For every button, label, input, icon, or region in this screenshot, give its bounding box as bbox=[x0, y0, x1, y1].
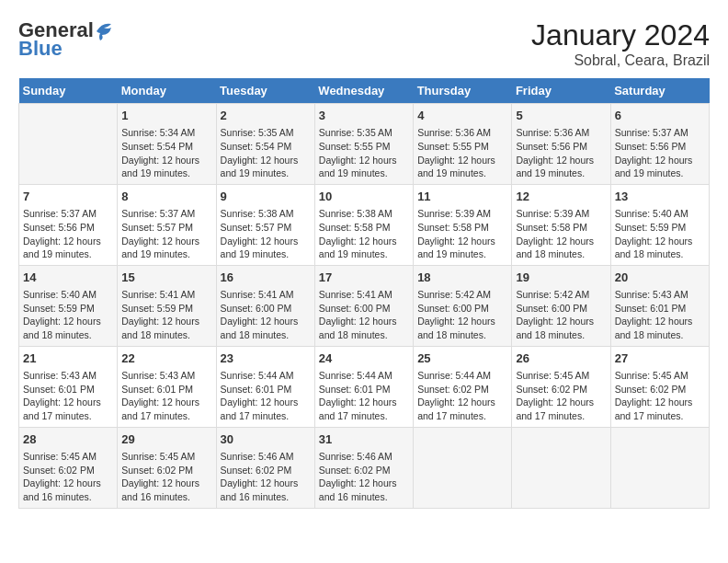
calendar-title: January 2024 bbox=[531, 18, 710, 52]
day-number: 10 bbox=[319, 189, 409, 205]
day-info-line: Sunrise: 5:42 AM bbox=[417, 288, 507, 302]
calendar-cell: 7Sunrise: 5:37 AMSunset: 5:56 PMDaylight… bbox=[19, 184, 118, 265]
day-number: 11 bbox=[417, 189, 507, 205]
calendar-cell: 23Sunrise: 5:44 AMSunset: 6:01 PMDayligh… bbox=[216, 346, 314, 427]
calendar-cell: 13Sunrise: 5:40 AMSunset: 5:59 PMDayligh… bbox=[610, 184, 709, 265]
day-info-line: Sunset: 5:54 PM bbox=[221, 140, 311, 154]
calendar-week-row: 21Sunrise: 5:43 AMSunset: 6:01 PMDayligh… bbox=[19, 346, 710, 427]
day-info-line: Sunset: 5:56 PM bbox=[23, 221, 113, 235]
day-info-line: Daylight: 12 hours bbox=[417, 235, 507, 248]
day-info-line: and 17 minutes. bbox=[319, 409, 409, 423]
day-number: 7 bbox=[23, 189, 113, 205]
day-info-line: and 18 minutes. bbox=[121, 328, 211, 342]
day-number: 14 bbox=[23, 270, 113, 286]
day-info-line: and 16 minutes. bbox=[121, 490, 211, 504]
day-number: 1 bbox=[121, 108, 211, 124]
day-info-line: Daylight: 12 hours bbox=[417, 315, 507, 328]
calendar-cell: 12Sunrise: 5:39 AMSunset: 5:58 PMDayligh… bbox=[512, 184, 610, 265]
day-number: 24 bbox=[319, 350, 409, 367]
day-info-line: and 17 minutes. bbox=[23, 409, 113, 423]
day-info-line: Sunrise: 5:45 AM bbox=[23, 450, 113, 464]
day-number: 31 bbox=[319, 431, 409, 448]
day-info-line: and 19 minutes. bbox=[121, 167, 211, 180]
day-info-line: Sunset: 6:02 PM bbox=[221, 464, 311, 477]
column-header-saturday: Saturday bbox=[610, 78, 709, 104]
day-info-line: Sunset: 5:59 PM bbox=[121, 302, 211, 316]
calendar-cell: 25Sunrise: 5:44 AMSunset: 6:02 PMDayligh… bbox=[414, 346, 512, 427]
day-number: 23 bbox=[221, 350, 311, 367]
day-info-line: Daylight: 12 hours bbox=[319, 315, 409, 328]
day-info-line: and 16 minutes. bbox=[221, 490, 311, 504]
day-info-line: Sunset: 5:59 PM bbox=[23, 302, 113, 316]
day-info-line: Daylight: 12 hours bbox=[121, 477, 211, 490]
day-info-line: Sunset: 5:57 PM bbox=[121, 221, 211, 235]
day-number: 15 bbox=[121, 270, 211, 286]
day-info-line: Sunrise: 5:35 AM bbox=[221, 126, 311, 140]
day-info-line: Sunrise: 5:43 AM bbox=[615, 288, 705, 302]
calendar-cell: 31Sunrise: 5:46 AMSunset: 6:02 PMDayligh… bbox=[314, 427, 413, 508]
day-info-line: Daylight: 12 hours bbox=[221, 235, 311, 248]
day-info-line: Daylight: 12 hours bbox=[221, 315, 311, 328]
calendar-cell: 9Sunrise: 5:38 AMSunset: 5:57 PMDaylight… bbox=[216, 184, 314, 265]
calendar-subtitle: Sobral, Ceara, Brazil bbox=[531, 52, 710, 69]
day-info-line: Sunset: 6:01 PM bbox=[615, 302, 705, 316]
calendar-cell: 5Sunrise: 5:36 AMSunset: 5:56 PMDaylight… bbox=[512, 104, 610, 185]
calendar-cell: 29Sunrise: 5:45 AMSunset: 6:02 PMDayligh… bbox=[118, 427, 216, 508]
day-info-line: Daylight: 12 hours bbox=[319, 154, 409, 167]
logo: General Blue bbox=[18, 18, 114, 59]
day-number: 9 bbox=[221, 189, 311, 205]
calendar-cell: 30Sunrise: 5:46 AMSunset: 6:02 PMDayligh… bbox=[216, 427, 314, 508]
day-number: 20 bbox=[615, 270, 705, 286]
day-number: 6 bbox=[615, 108, 705, 124]
day-info-line: Daylight: 12 hours bbox=[615, 396, 705, 409]
day-info-line: Daylight: 12 hours bbox=[319, 235, 409, 248]
calendar-header-row: SundayMondayTuesdayWednesdayThursdayFrid… bbox=[19, 78, 710, 104]
day-number: 17 bbox=[319, 270, 409, 286]
day-info-line: Daylight: 12 hours bbox=[615, 235, 705, 248]
title-block: January 2024 Sobral, Ceara, Brazil bbox=[531, 18, 710, 69]
day-info-line: Sunset: 5:55 PM bbox=[319, 140, 409, 154]
day-number: 13 bbox=[615, 189, 705, 205]
column-header-sunday: Sunday bbox=[19, 78, 118, 104]
day-info-line: Daylight: 12 hours bbox=[121, 154, 211, 167]
calendar-week-row: 28Sunrise: 5:45 AMSunset: 6:02 PMDayligh… bbox=[19, 427, 710, 508]
day-number: 5 bbox=[516, 108, 606, 124]
calendar-cell: 10Sunrise: 5:38 AMSunset: 5:58 PMDayligh… bbox=[314, 184, 413, 265]
day-info-line: Daylight: 12 hours bbox=[23, 396, 113, 409]
day-info-line: Daylight: 12 hours bbox=[23, 477, 113, 490]
day-info-line: Sunset: 5:58 PM bbox=[319, 221, 409, 235]
day-number: 18 bbox=[417, 270, 507, 286]
day-info-line: and 19 minutes. bbox=[417, 167, 507, 180]
calendar-cell bbox=[414, 427, 512, 508]
day-info-line: Sunset: 6:02 PM bbox=[516, 383, 606, 396]
day-number: 4 bbox=[417, 108, 507, 124]
day-info-line: Daylight: 12 hours bbox=[221, 154, 311, 167]
day-info-line: Sunrise: 5:38 AM bbox=[319, 207, 409, 221]
day-info-line: and 19 minutes. bbox=[121, 247, 211, 261]
day-info-line: Sunset: 6:00 PM bbox=[319, 302, 409, 316]
day-info-line: Sunrise: 5:42 AM bbox=[516, 288, 606, 302]
day-info-line: Daylight: 12 hours bbox=[516, 396, 606, 409]
day-info-line: Sunrise: 5:41 AM bbox=[319, 288, 409, 302]
day-info-line: Sunrise: 5:41 AM bbox=[121, 288, 211, 302]
day-info-line: Sunset: 6:01 PM bbox=[221, 383, 311, 396]
day-info-line: Daylight: 12 hours bbox=[221, 477, 311, 490]
day-info-line: and 19 minutes. bbox=[221, 167, 311, 180]
day-info-line: Daylight: 12 hours bbox=[121, 396, 211, 409]
calendar-cell: 21Sunrise: 5:43 AMSunset: 6:01 PMDayligh… bbox=[19, 346, 118, 427]
calendar-cell: 1Sunrise: 5:34 AMSunset: 5:54 PMDaylight… bbox=[118, 104, 216, 185]
day-info-line: Sunrise: 5:44 AM bbox=[221, 369, 311, 383]
day-info-line: Sunset: 6:02 PM bbox=[417, 383, 507, 396]
day-info-line: and 19 minutes. bbox=[516, 167, 606, 180]
day-info-line: and 19 minutes. bbox=[221, 247, 311, 261]
calendar-cell: 18Sunrise: 5:42 AMSunset: 6:00 PMDayligh… bbox=[414, 265, 512, 346]
day-number: 19 bbox=[516, 270, 606, 286]
calendar-cell: 20Sunrise: 5:43 AMSunset: 6:01 PMDayligh… bbox=[610, 265, 709, 346]
day-number: 22 bbox=[121, 350, 211, 367]
day-info-line: Sunrise: 5:46 AM bbox=[319, 450, 409, 464]
day-info-line: Daylight: 12 hours bbox=[221, 396, 311, 409]
day-info-line: Sunset: 6:01 PM bbox=[319, 383, 409, 396]
day-info-line: and 18 minutes. bbox=[615, 328, 705, 342]
day-info-line: Sunrise: 5:37 AM bbox=[121, 207, 211, 221]
calendar-week-row: 14Sunrise: 5:40 AMSunset: 5:59 PMDayligh… bbox=[19, 265, 710, 346]
